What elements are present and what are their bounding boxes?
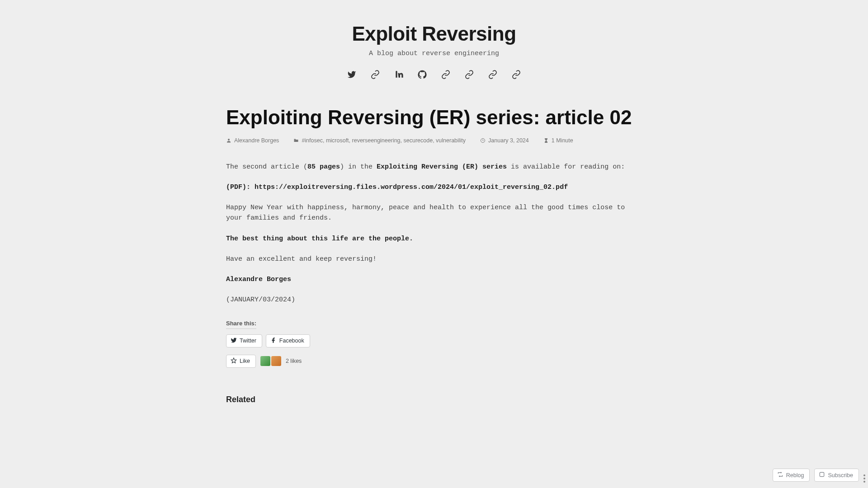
subscribe-button[interactable]: Subscribe [814,469,859,482]
share-facebook-label: Facebook [279,338,304,344]
author-link[interactable]: Alexandre Borges [234,137,279,144]
share-this-label: Share this: [226,320,256,329]
link-icon[interactable] [512,70,521,79]
share-twitter-button[interactable]: Twitter [226,334,262,347]
twitter-icon [231,337,237,345]
like-label: Like [240,358,250,364]
p1-prefix: The second article ( [226,163,307,171]
paragraph-bestthing: The best thing about this life are the p… [226,234,642,244]
liker-avatars [260,356,281,366]
tags-list: #infosec, microsoft, reverseengineering,… [302,137,466,144]
like-button[interactable]: Like [226,355,256,368]
linkedin-icon[interactable] [394,70,403,79]
link-icon[interactable] [441,70,450,79]
signature-name: Alexandre Borges [226,274,642,285]
p1-pages: 85 pages [307,163,340,171]
date-link[interactable]: January 3, 2024 [488,137,529,144]
plus-icon [819,471,825,479]
site-title[interactable]: Exploit Reversing [212,23,656,45]
twitter-icon[interactable] [347,70,356,79]
related-heading: Related [226,395,642,404]
reblog-icon [777,471,783,479]
avatar[interactable] [271,356,281,366]
pdf-link[interactable]: https://exploitreversing.files.wordpress… [255,183,568,191]
link-icon[interactable] [465,70,474,79]
share-twitter-label: Twitter [240,338,256,344]
author-icon [226,138,231,143]
paragraph-keepreversing: Have an excellent and keep reversing! [226,254,642,264]
tag-reverseengineering[interactable]: reverseengineering [352,137,401,144]
signature-date: (JANUARY/03/2024) [226,295,642,305]
facebook-icon [270,337,277,345]
more-icon[interactable] [861,474,865,483]
read-time: 1 Minute [552,137,573,144]
link-icon[interactable] [488,70,497,79]
paragraph-newyear: Happy New Year with happiness, harmony, … [226,202,642,224]
avatar[interactable] [260,356,270,366]
reblog-button[interactable]: Reblog [773,469,810,482]
tag-microsoft[interactable]: microsoft [326,137,349,144]
likes-count: 2 likes [286,358,302,364]
social-menu [212,70,656,79]
hourglass-icon [543,138,549,143]
star-icon [231,357,237,365]
tag-infosec[interactable]: #infosec [302,137,323,144]
article-body: The second article (85 pages) in the Exp… [226,162,642,305]
tag-vulnerability[interactable]: vulnerability [436,137,466,144]
p1-series: Exploiting Reversing (ER) series [377,163,507,171]
article-meta: Alexandre Borges #infosec, microsoft, re… [226,137,642,144]
reblog-label: Reblog [786,472,804,479]
article-title: Exploiting Reversing (ER) series: articl… [226,106,642,129]
subscribe-label: Subscribe [828,472,853,479]
site-tagline: A blog about reverse engineering [212,50,656,57]
p1-mid: ) in the [340,163,377,171]
github-icon[interactable] [418,70,427,79]
share-facebook-button[interactable]: Facebook [266,334,310,347]
tag-securecode[interactable]: securecode [404,137,433,144]
link-icon[interactable] [371,70,380,79]
folder-icon [293,138,299,143]
pdf-label: (PDF): [226,183,255,191]
clock-icon [480,138,486,143]
p1-suffix: is available for reading on: [507,163,625,171]
